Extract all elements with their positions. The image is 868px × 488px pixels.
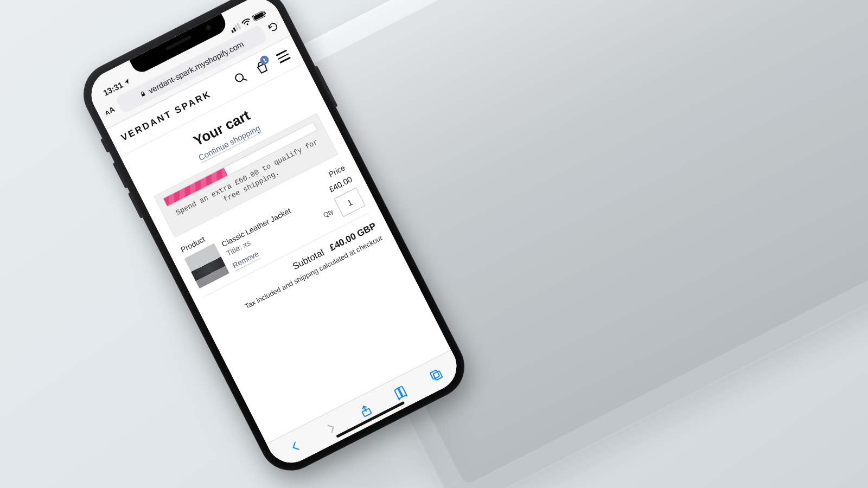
book-icon: [392, 384, 410, 401]
svg-rect-8: [142, 93, 145, 97]
svg-rect-1: [233, 27, 236, 31]
hamburger-icon: [276, 49, 291, 63]
svg-point-9: [234, 73, 245, 83]
svg-point-4: [246, 23, 248, 25]
svg-rect-11: [362, 408, 372, 416]
column-price-label: Price: [327, 163, 347, 179]
lock-icon: [138, 89, 147, 98]
search-button[interactable]: [232, 69, 250, 87]
text-size-button[interactable]: AA: [103, 105, 116, 117]
tabs-button[interactable]: [421, 361, 450, 390]
reload-button[interactable]: [266, 20, 281, 36]
menu-button[interactable]: [275, 48, 292, 65]
qty-label: Qty: [322, 208, 335, 219]
qty-input[interactable]: [334, 188, 366, 217]
svg-rect-0: [231, 30, 234, 33]
forward-button[interactable]: [316, 414, 346, 443]
tabs-icon: [427, 366, 444, 383]
back-button[interactable]: [281, 432, 310, 461]
location-services-icon: [123, 77, 131, 86]
chevron-left-icon: [287, 438, 304, 455]
search-icon: [232, 69, 250, 87]
cart-button[interactable]: 1: [253, 59, 271, 76]
